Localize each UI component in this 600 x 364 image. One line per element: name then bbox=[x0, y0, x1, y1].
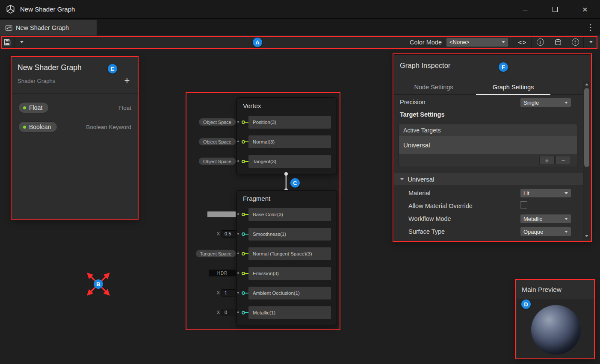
position-space-dropdown[interactable]: Object Space bbox=[198, 118, 236, 126]
material-dropdown[interactable]: Lit bbox=[520, 188, 571, 198]
add-property-button[interactable]: + bbox=[121, 75, 133, 86]
annotation-badge-c: C bbox=[290, 178, 300, 188]
layers-icon bbox=[555, 39, 562, 46]
tangent-space-dropdown[interactable]: Object Space bbox=[198, 157, 236, 165]
maximize-icon bbox=[553, 7, 558, 12]
input-port-icon[interactable] bbox=[242, 311, 245, 314]
main-preview-panel: Main Preview bbox=[516, 280, 594, 359]
targets-toolbar: + − bbox=[399, 154, 577, 167]
vertex-row-position: Position(3) bbox=[242, 116, 331, 129]
input-port-icon[interactable] bbox=[242, 291, 245, 295]
slot-normal[interactable]: Normal(3) bbox=[248, 135, 331, 148]
smoothness-value-field[interactable]: X 0.5 bbox=[217, 230, 236, 238]
remove-target-button[interactable]: − bbox=[556, 156, 571, 165]
inspector-scrollbar[interactable] bbox=[583, 81, 590, 239]
slot-position[interactable]: Position(3) bbox=[248, 116, 331, 129]
close-button[interactable]: × bbox=[570, 0, 600, 19]
metallic-value-field[interactable]: X 0 bbox=[217, 308, 236, 316]
property-pill-boolean[interactable]: Boolean bbox=[18, 121, 57, 132]
tab-menu-button[interactable]: ⋮ bbox=[585, 19, 596, 35]
workflow-mode-dropdown[interactable]: Metallic bbox=[520, 214, 571, 223]
exposed-dot-icon bbox=[23, 106, 26, 109]
value-input[interactable]: 1 bbox=[222, 289, 236, 296]
graph-inspector-toggle-button[interactable]: i bbox=[532, 35, 549, 49]
input-port-icon[interactable] bbox=[242, 252, 245, 255]
maximize-button[interactable] bbox=[540, 0, 570, 19]
chevron-down-icon bbox=[565, 192, 568, 194]
tab-graph-settings[interactable]: Graph Settings bbox=[473, 79, 553, 94]
slot-tangent[interactable]: Tangent(3) bbox=[248, 155, 331, 168]
main-preview-toggle-button[interactable] bbox=[549, 35, 567, 49]
add-target-button[interactable]: + bbox=[539, 156, 555, 165]
space-dropdown-label: Object Space bbox=[203, 159, 231, 164]
annotation-badge-e: E bbox=[108, 64, 117, 73]
emission-hdr-field[interactable]: HDR bbox=[209, 270, 236, 276]
save-asset-button[interactable] bbox=[0, 35, 14, 49]
input-port-icon[interactable] bbox=[242, 213, 245, 216]
universal-foldout[interactable]: Universal bbox=[394, 173, 583, 185]
property-name: Boolean bbox=[29, 123, 51, 130]
scroll-down-button[interactable] bbox=[583, 233, 590, 239]
property-pill-float[interactable]: Float bbox=[18, 102, 49, 113]
vertex-node[interactable]: Vertex Position(3) Normal(3) Tangent(3) bbox=[236, 97, 337, 174]
slot-metallic[interactable]: Metallic(1) bbox=[248, 306, 331, 319]
property-name: Float bbox=[29, 104, 42, 111]
value-input[interactable]: 0 bbox=[222, 309, 236, 316]
toolbar-overflow-button[interactable] bbox=[584, 35, 598, 49]
help-button[interactable]: ? bbox=[567, 35, 583, 49]
chevron-down-icon bbox=[20, 41, 24, 43]
ambient-occlusion-value-field[interactable]: X 1 bbox=[217, 289, 236, 296]
slot-ambient-occlusion[interactable]: Ambient Occlusion(1) bbox=[248, 287, 331, 299]
input-port-icon[interactable] bbox=[242, 272, 245, 275]
port-connector-dot bbox=[237, 160, 239, 162]
property-row-float: Float Float bbox=[12, 98, 138, 117]
slot-smoothness[interactable]: Smoothness(1) bbox=[248, 228, 331, 241]
save-dropdown-button[interactable] bbox=[15, 35, 29, 49]
x-component-label: X bbox=[217, 310, 220, 315]
input-port-icon[interactable] bbox=[242, 160, 245, 163]
space-dropdown-label: Object Space bbox=[203, 139, 231, 144]
color-mode-dropdown[interactable]: <None> bbox=[446, 38, 508, 47]
slot-base-color[interactable]: Base Color(3) bbox=[248, 208, 331, 221]
surface-type-dropdown[interactable]: Opaque bbox=[520, 227, 571, 236]
material-value: Lit bbox=[523, 190, 529, 197]
value-input[interactable]: 0.5 bbox=[222, 230, 236, 238]
scrollbar-thumb[interactable] bbox=[584, 88, 589, 167]
exposed-dot-icon bbox=[23, 126, 26, 129]
blackboard-subtitle: Shader Graphs bbox=[18, 78, 55, 84]
tab-new-shader-graph[interactable]: New Shader Graph bbox=[0, 20, 97, 35]
allow-material-override-checkbox[interactable] bbox=[520, 201, 527, 208]
triangle-down-icon bbox=[585, 235, 588, 237]
fragment-node[interactable]: Fragment Base Color(3) Smoothness(1) Nor… bbox=[236, 190, 337, 326]
port-connector-dot bbox=[237, 252, 239, 254]
input-port-icon[interactable] bbox=[242, 232, 245, 236]
base-color-swatch[interactable] bbox=[207, 211, 236, 217]
x-component-label: X bbox=[217, 290, 220, 295]
surface-type-label: Surface Type bbox=[408, 228, 445, 235]
color-swatch bbox=[207, 211, 236, 217]
slot-label: Ambient Occlusion(1) bbox=[253, 291, 300, 296]
slot-label: Emission(3) bbox=[253, 271, 279, 276]
normal-ts-space-dropdown[interactable]: Tangent Space bbox=[195, 250, 236, 258]
save-icon bbox=[4, 39, 11, 46]
input-port-icon[interactable] bbox=[242, 140, 245, 144]
workflow-mode-label: Workflow Mode bbox=[408, 215, 451, 222]
minimize-button[interactable]: – bbox=[510, 0, 540, 19]
hdr-label: HDR bbox=[209, 270, 236, 276]
toolbar: Color Mode <None> <> i ? bbox=[0, 35, 600, 49]
input-port-icon[interactable] bbox=[242, 120, 245, 124]
slot-emission[interactable]: Emission(3) bbox=[248, 267, 331, 280]
port-stem bbox=[245, 161, 248, 162]
inspector-tabs: Node Settings Graph Settings bbox=[394, 79, 583, 95]
normal-space-dropdown[interactable]: Object Space bbox=[198, 138, 236, 146]
precision-dropdown[interactable]: Single bbox=[520, 98, 571, 107]
info-icon: i bbox=[537, 38, 544, 46]
active-targets-header: Active Targets bbox=[399, 124, 577, 136]
target-item-universal[interactable]: Universal bbox=[399, 136, 577, 154]
slot-normal-tangent-space[interactable]: Normal (Tangent Space)(3) bbox=[248, 247, 331, 260]
divider bbox=[12, 93, 138, 94]
show-generated-code-button[interactable]: <> bbox=[514, 35, 531, 49]
scroll-up-button[interactable] bbox=[583, 81, 590, 87]
tab-bar: New Shader Graph ⋮ bbox=[0, 19, 600, 35]
tab-node-settings[interactable]: Node Settings bbox=[394, 79, 473, 94]
